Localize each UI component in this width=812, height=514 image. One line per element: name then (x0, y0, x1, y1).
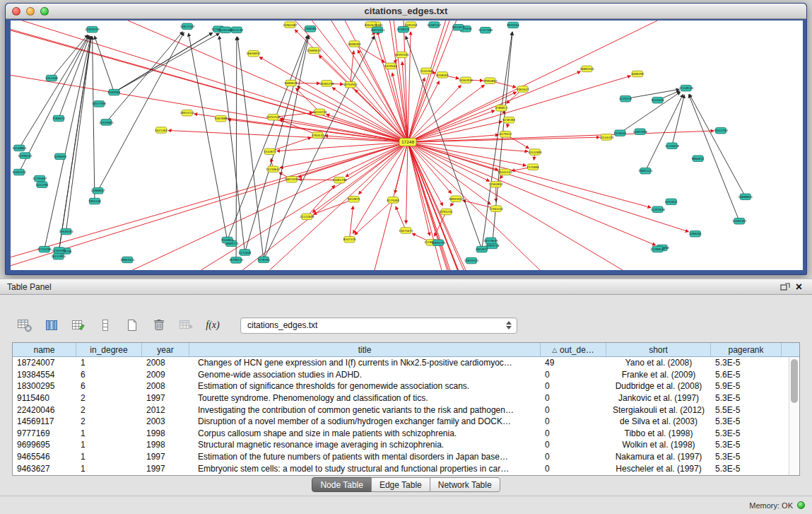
graph-node[interactable]: 5172650 (239, 250, 252, 256)
graph-edge[interactable] (408, 21, 449, 142)
graph-node[interactable]: 1200265 (689, 230, 702, 237)
column-header-year[interactable]: year (142, 343, 189, 356)
graph-node[interactable]: 19341574 (498, 169, 512, 175)
graph-node[interactable]: 10579646 (483, 238, 498, 244)
table-scrollbar[interactable] (789, 357, 799, 475)
edit-table-button[interactable] (69, 317, 88, 334)
graph-node[interactable]: 10071913 (370, 27, 385, 33)
minimize-button[interactable] (26, 7, 35, 16)
graph-edge[interactable] (408, 21, 657, 142)
table-row[interactable]: 977716911998Corpus callosum shape and si… (13, 428, 789, 440)
zoom-button[interactable] (40, 7, 49, 16)
graph-edge[interactable] (19, 35, 88, 148)
delete-button[interactable] (150, 317, 168, 334)
network-canvas[interactable]: 1059194512322628158391135639321990486719… (11, 21, 803, 270)
graph-node[interactable]: 15093795 (431, 240, 446, 246)
graph-node[interactable]: 14251548 (266, 114, 281, 120)
graph-edge[interactable] (408, 78, 425, 142)
graph-edge[interactable] (106, 32, 182, 122)
graph-node[interactable]: 14097098 (633, 129, 648, 135)
graph-edge[interactable] (390, 21, 408, 142)
graph-node[interactable]: 21221028 (300, 214, 314, 220)
graph-node[interactable]: 10934112 (180, 110, 195, 116)
graph-edge[interactable] (408, 21, 446, 142)
graph-edge[interactable] (19, 36, 89, 173)
graph-node[interactable]: 13144319 (599, 134, 614, 141)
graph-edge[interactable] (408, 142, 490, 181)
graph-node[interactable]: 10930163 (59, 228, 73, 235)
graph-node[interactable]: 10753943 (343, 82, 358, 88)
import-table-button[interactable] (177, 317, 195, 334)
graph-node[interactable]: 8399584 (108, 89, 121, 95)
graph-edge[interactable] (408, 142, 688, 232)
float-panel-button[interactable] (777, 281, 793, 293)
graph-node[interactable]: 11819144 (464, 257, 479, 264)
graph-node[interactable]: 21964387 (283, 22, 298, 28)
scrollbar-thumb[interactable] (791, 359, 798, 403)
graph-edge[interactable] (672, 95, 685, 146)
graph-edge[interactable] (237, 37, 264, 259)
graph-node[interactable]: 9705244 (440, 209, 453, 215)
graph-node[interactable]: 2476649 (613, 130, 626, 136)
table-row[interactable]: 946554611997Estimation of the future num… (13, 451, 789, 463)
graph-node[interactable]: 5814239 (230, 27, 243, 33)
graph-node[interactable]: 8158391 (436, 72, 449, 78)
graph-edge[interactable] (236, 37, 237, 260)
graph-edge[interactable] (408, 142, 449, 270)
graph-node[interactable]: 11503985 (52, 247, 66, 254)
graph-node[interactable]: 12532891 (528, 149, 543, 156)
graph-node[interactable]: 12563852 (488, 181, 503, 187)
graph-node[interactable]: 3353169 (45, 75, 58, 81)
tab-network-table[interactable]: Network Table (430, 477, 500, 492)
graph-node[interactable]: 5010875 (348, 197, 360, 203)
graph-node[interactable]: 2175896 (526, 164, 539, 170)
function-builder-button[interactable]: f(x) (204, 317, 222, 334)
graph-edge[interactable] (242, 142, 408, 270)
graph-node[interactable]: 20094942 (449, 196, 464, 202)
graph-edge[interactable] (314, 199, 354, 214)
graph-node[interactable]: 21498633 (650, 246, 665, 252)
graph-edge[interactable] (245, 35, 309, 252)
graph-node[interactable]: 17463231 (489, 206, 504, 212)
graph-edge[interactable] (349, 206, 353, 240)
graph-edge[interactable] (482, 32, 512, 249)
graph-node[interactable]: 1961627 (517, 86, 529, 93)
graph-node[interactable]: 14312703 (714, 127, 729, 134)
graph-edge[interactable] (93, 37, 95, 201)
graph-node[interactable]: 11685708 (332, 177, 347, 183)
graph-node[interactable]: 14187327 (427, 22, 442, 28)
graph-node[interactable]: 11795697 (33, 175, 47, 182)
tab-edge-table[interactable]: Edge Table (371, 477, 430, 492)
table-row[interactable]: 946362711997Embryonic stem cells: a mode… (13, 462, 789, 474)
graph-node[interactable]: 14577596 (92, 101, 107, 107)
graph-edge[interactable] (59, 37, 91, 250)
graph-edge[interactable] (408, 142, 623, 270)
graph-node[interactable]: 16073596 (285, 176, 300, 182)
graph-edge[interactable] (11, 142, 408, 266)
graph-node[interactable]: 20788235 (229, 257, 244, 264)
graph-edge[interactable] (690, 94, 746, 197)
graph-node[interactable]: 9329504 (384, 63, 397, 69)
graph-node[interactable]: 2100585 (304, 26, 317, 33)
column-header-name[interactable]: name (13, 343, 76, 356)
graph-node[interactable]: 2249226 (619, 95, 632, 102)
graph-node[interactable]: 8230484 (502, 117, 515, 123)
graph-node[interactable]: 12080637 (90, 188, 105, 194)
graph-node[interactable]: 3703543 (312, 132, 324, 139)
graph-node[interactable]: 17240 (399, 139, 416, 146)
column-header-in_degree[interactable]: in_degree (76, 343, 142, 356)
graph-node[interactable]: 20081945 (579, 66, 594, 72)
table-row[interactable]: 1830029562008Estimation of significance … (13, 380, 789, 392)
graph-node[interactable]: 11210642 (266, 166, 281, 173)
table-mode-button[interactable] (16, 317, 34, 334)
graph-edge[interactable] (307, 185, 334, 216)
graph-node[interactable]: 7926863 (221, 237, 234, 243)
graph-edge[interactable] (406, 142, 408, 223)
graph-node[interactable]: 3780811 (495, 105, 508, 112)
graph-node[interactable]: 8949163 (507, 22, 519, 28)
graph-node[interactable]: 4424705 (36, 182, 49, 188)
graph-node[interactable]: 10061023 (120, 257, 135, 263)
graph-edge[interactable] (228, 35, 308, 240)
table-row[interactable]: 1938455462009Genome-wide association stu… (13, 369, 789, 381)
table-row[interactable]: 969969511998Structural magnetic resonanc… (13, 439, 789, 451)
